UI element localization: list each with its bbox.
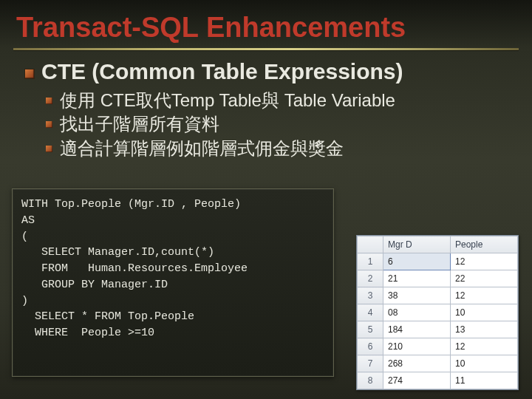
section-heading: CTE (Common Table Expressions) [25, 59, 532, 84]
grid-cell: 268 [383, 355, 451, 372]
grid-row-header: 5 [358, 321, 383, 338]
grid-row-header: 2 [358, 270, 383, 287]
grid-cell: 10 [451, 304, 518, 321]
grid-cell: 210 [383, 338, 451, 355]
slide-title: Transact-SQL Enhancements [0, 0, 532, 48]
table-row: 1 6 12 [358, 253, 518, 270]
grid-cell: 10 [451, 355, 518, 372]
grid-cell: 21 [383, 270, 451, 287]
bullet-item: 找出子階層所有資料 [25, 112, 532, 136]
table-row: 4 08 10 [358, 304, 518, 321]
table-row: 6 210 12 [358, 338, 518, 355]
table-row: 2 21 22 [358, 270, 518, 287]
grid-row-header: 7 [358, 355, 383, 372]
bullet-square-icon [46, 121, 52, 128]
bullet-text: 適合計算階層例如階層式佣金與獎金 [60, 137, 344, 160]
section-heading-text: CTE (Common Table Expressions) [41, 59, 403, 84]
bullet-text: 找出子階層所有資料 [60, 112, 219, 136]
bullet-square-icon [46, 146, 52, 152]
grid-col-header: People [451, 236, 518, 253]
bullet-text: 使用 CTE取代Temp Table與 Table Variable [60, 89, 395, 112]
grid-cell: 11 [451, 372, 518, 389]
grid-cell: 274 [383, 372, 451, 389]
sql-code-block: WITH Top.People (Mgr.ID , People) AS ( S… [12, 188, 334, 377]
grid-cell: 12 [451, 287, 518, 304]
grid-cell: 22 [451, 270, 518, 287]
table-row: 8 274 11 [358, 372, 518, 389]
grid-row-header: 3 [358, 287, 383, 304]
result-grid: Mgr D People 1 6 12 2 21 22 3 38 12 4 08… [356, 235, 519, 390]
grid-corner [358, 236, 383, 253]
table-row: 5 184 13 [358, 321, 518, 338]
title-underline [13, 48, 519, 50]
table-row: 3 38 12 [358, 287, 518, 304]
grid-row-header: 1 [358, 253, 383, 270]
bullet-item: 適合計算階層例如階層式佣金與獎金 [25, 137, 532, 160]
grid-cell: 12 [451, 253, 518, 270]
table-row: 7 268 10 [358, 355, 518, 372]
grid-cell: 184 [383, 321, 451, 338]
grid-header-row: Mgr D People [358, 236, 518, 253]
grid-cell: 12 [451, 338, 518, 355]
content-section: CTE (Common Table Expressions) 使用 CTE取代T… [0, 59, 532, 160]
bullet-item: 使用 CTE取代Temp Table與 Table Variable [25, 89, 532, 112]
grid-row-header: 4 [358, 304, 383, 321]
grid-cell: 08 [383, 304, 451, 321]
bullet-square-icon [46, 98, 52, 104]
bullet-square-icon [25, 69, 34, 78]
grid-col-header: Mgr D [383, 236, 451, 253]
grid-cell: 38 [383, 287, 451, 304]
grid-cell: 13 [451, 321, 518, 338]
grid-row-header: 6 [358, 338, 383, 355]
grid-cell: 6 [383, 253, 451, 270]
grid-row-header: 8 [358, 372, 383, 389]
